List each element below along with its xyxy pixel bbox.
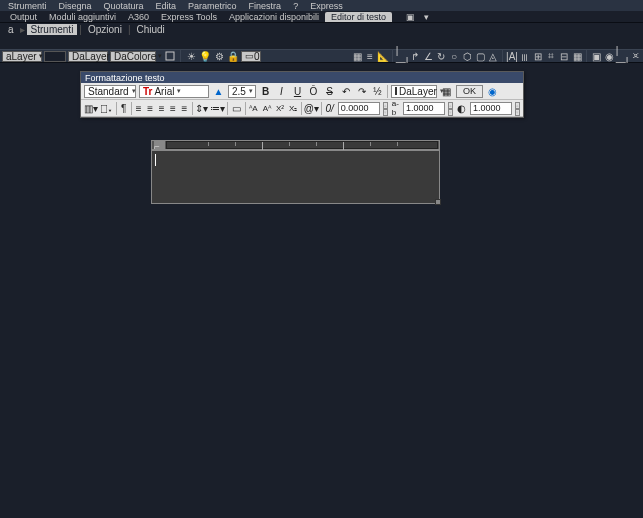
- dim-baseline-icon[interactable]: ⪤: [629, 50, 641, 62]
- gear-icon[interactable]: ⚙: [213, 50, 225, 62]
- align-center-button[interactable]: ≡: [146, 102, 154, 115]
- dim-diameter-icon[interactable]: ⬡: [461, 50, 473, 62]
- ruler-indent-handle[interactable]: ⌐: [154, 141, 165, 149]
- tracking-spinner[interactable]: ▴▾: [448, 102, 453, 115]
- dim-aligned-icon[interactable]: ↱: [409, 50, 421, 62]
- resize-handle[interactable]: [435, 199, 441, 205]
- insert-field-button[interactable]: ▭: [231, 102, 242, 115]
- annotative-icon[interactable]: ▲: [212, 85, 225, 98]
- dim-radius-icon[interactable]: ○: [448, 50, 460, 62]
- tab-a360[interactable]: A360: [122, 12, 155, 22]
- menu-finestra[interactable]: Finestra: [243, 1, 288, 11]
- menu-disegna[interactable]: Disegna: [53, 1, 98, 11]
- dim-linear-icon[interactable]: |—|: [396, 50, 408, 62]
- uppercase-button[interactable]: ᴬA: [248, 102, 258, 115]
- dim-style-icon[interactable]: ◉: [603, 50, 615, 62]
- lineweight-combo[interactable]: ▭ 0: [241, 51, 261, 62]
- dim-jogged-icon[interactable]: ▢: [474, 50, 486, 62]
- font-size-combo[interactable]: 2.5▾: [228, 85, 256, 98]
- linetype-preview: [44, 51, 66, 62]
- ok-button[interactable]: OK: [456, 85, 483, 98]
- menu-quotatura[interactable]: Quotatura: [98, 1, 150, 11]
- stack-button[interactable]: ½: [371, 85, 384, 98]
- match-props-icon[interactable]: [164, 50, 176, 62]
- tab-editor-testo[interactable]: Editor di testo: [325, 12, 392, 22]
- tab-express-tools[interactable]: Express Tools: [155, 12, 223, 22]
- strikethrough-button[interactable]: S: [323, 85, 336, 98]
- bold-button[interactable]: B: [259, 85, 272, 98]
- menu-edita[interactable]: Edita: [150, 1, 183, 11]
- align-left-button[interactable]: ≡: [135, 102, 143, 115]
- color-combo[interactable]: DaColore▾: [110, 51, 156, 62]
- paragraph-button[interactable]: ¶: [120, 102, 128, 115]
- subscript-button[interactable]: X₂: [288, 102, 298, 115]
- divider: [301, 102, 302, 115]
- dim-tedit-icon[interactable]: ⌗: [545, 50, 557, 62]
- lowercase-button[interactable]: Aᴬ: [262, 102, 272, 115]
- bulb-icon[interactable]: 💡: [199, 50, 211, 62]
- width-factor-input[interactable]: [470, 102, 512, 115]
- list-icon[interactable]: ≡: [364, 50, 376, 62]
- text-ruler[interactable]: ⌐: [151, 140, 440, 150]
- divider: [180, 50, 181, 62]
- chevron-down-icon: ▾: [249, 87, 253, 95]
- mtext-input-area[interactable]: [151, 150, 440, 204]
- dim-break-icon[interactable]: ▦: [571, 50, 583, 62]
- tracking-icon: a-b: [391, 102, 400, 115]
- font-combo[interactable]: TrArial▾: [139, 85, 209, 98]
- panel-opzioni[interactable]: Opzioni: [84, 24, 126, 35]
- dim-angular-icon[interactable]: ∠: [422, 50, 434, 62]
- center-mark-icon[interactable]: ⫼: [519, 50, 531, 62]
- text-color-combo[interactable]: DaLayer▾: [391, 85, 437, 98]
- panel-strumenti[interactable]: Strumenti: [27, 24, 78, 35]
- ruler-toggle-icon[interactable]: ▦: [440, 85, 453, 98]
- dim-space-icon[interactable]: ⊟: [558, 50, 570, 62]
- oblique-angle-input[interactable]: [338, 102, 380, 115]
- divider: [227, 102, 228, 115]
- dim-continue-icon[interactable]: |—|: [616, 50, 628, 62]
- undo-button[interactable]: ↶: [339, 85, 352, 98]
- tab-applicazioni[interactable]: Applicazioni disponibili: [223, 12, 325, 22]
- lock-icon[interactable]: 🔒: [227, 50, 239, 62]
- transparency-icon[interactable]: ▦: [351, 50, 363, 62]
- line-spacing-button[interactable]: ⇕▾: [195, 102, 208, 115]
- menu-help[interactable]: ?: [287, 1, 304, 11]
- text-style-combo[interactable]: Standard▾: [84, 85, 136, 98]
- symbol-button[interactable]: @▾: [305, 102, 318, 115]
- menu-express[interactable]: Express: [304, 1, 349, 11]
- crumb-a[interactable]: a: [4, 24, 18, 35]
- menu-strumenti[interactable]: Strumenti: [2, 1, 53, 11]
- columns-button[interactable]: ▥▾: [84, 102, 97, 115]
- superscript-button[interactable]: X²: [275, 102, 285, 115]
- width-spinner[interactable]: ▴▾: [515, 102, 520, 115]
- panel-chiudi[interactable]: Chiudi: [132, 24, 168, 35]
- ruler-body[interactable]: [166, 141, 438, 149]
- tolerance-icon[interactable]: |A|: [506, 50, 518, 62]
- underline-button[interactable]: U: [291, 85, 304, 98]
- align-justify-button[interactable]: ≡: [169, 102, 177, 115]
- overline-button[interactable]: Ō: [307, 85, 320, 98]
- numbering-button[interactable]: ≔▾: [211, 102, 224, 115]
- tab-moduli[interactable]: Moduli aggiuntivi: [43, 12, 122, 22]
- sun-icon[interactable]: ☀: [185, 50, 197, 62]
- menu-parametrico[interactable]: Parametrico: [182, 1, 243, 11]
- align-right-button[interactable]: ≡: [157, 102, 165, 115]
- redo-button[interactable]: ↷: [355, 85, 368, 98]
- properties-toolbar: aLayer▾ DaLayer▾ DaColore▾ ☀ 💡 ⚙ 🔒 ▭ 0 ▦…: [0, 49, 643, 63]
- layer-combo[interactable]: aLayer▾: [2, 51, 42, 62]
- dim-arc-icon[interactable]: ↻: [435, 50, 447, 62]
- dim-ordinate-icon[interactable]: ◬: [487, 50, 499, 62]
- tab-output[interactable]: Output: [4, 12, 43, 22]
- italic-button[interactable]: I: [275, 85, 288, 98]
- dim-update-icon[interactable]: ▣: [590, 50, 602, 62]
- linetype-combo[interactable]: DaLayer▾: [68, 51, 108, 62]
- drawing-canvas[interactable]: [0, 63, 643, 518]
- ribbon-expand-icon[interactable]: ▣ ▾: [400, 12, 441, 22]
- tracking-input[interactable]: [403, 102, 445, 115]
- options-icon[interactable]: ◉: [486, 85, 499, 98]
- oblique-spinner[interactable]: ▴▾: [383, 102, 388, 115]
- align-distribute-button[interactable]: ≡: [180, 102, 188, 115]
- mtext-justify-button[interactable]: ⎕▾: [100, 102, 113, 115]
- measure-icon[interactable]: 📐: [377, 50, 389, 62]
- dim-edit-icon[interactable]: ⊞: [532, 50, 544, 62]
